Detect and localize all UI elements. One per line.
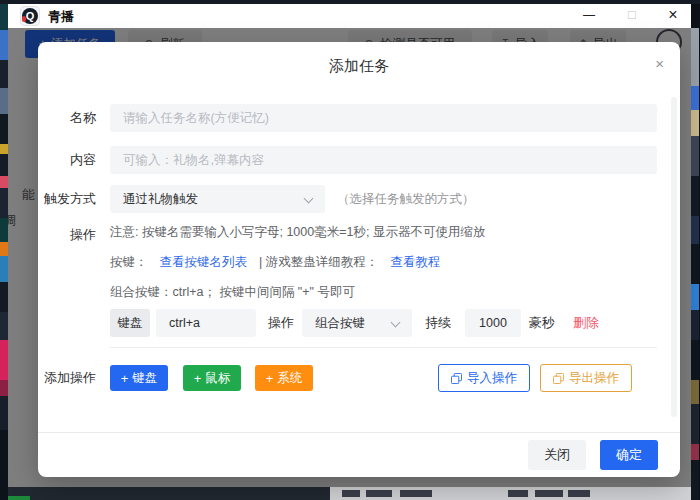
background-bottom-window [8, 487, 691, 500]
background-thumbnail [691, 216, 699, 244]
close-icon[interactable]: × [655, 56, 664, 71]
op-key-input[interactable] [156, 309, 256, 337]
maximize-button[interactable]: □ [622, 4, 642, 28]
content-label: 内容 [38, 151, 96, 169]
background-text-blur [342, 490, 360, 497]
dialog-scrollbar[interactable] [671, 97, 677, 417]
add-keyboard-button[interactable]: + 键盘 [110, 365, 168, 391]
background-thumbnail [0, 380, 8, 396]
keys-prefix: 按键： [110, 252, 148, 272]
background-text-blur [400, 490, 432, 497]
chevron-down-icon [303, 194, 315, 204]
op-delete-link[interactable]: 删除 [573, 314, 599, 332]
background-thumbnail [0, 430, 8, 500]
background-thumbnail [0, 218, 8, 242]
app-logo-icon: Q [22, 8, 38, 24]
background-dark-bar [8, 487, 330, 500]
operation-keys-note: 按键： 查看按键名列表 | 游戏整蛊详细教程： 查看教程 [110, 252, 657, 272]
trigger-select[interactable]: 通过礼物触发 [110, 185, 325, 213]
background-thumbnail [0, 30, 8, 60]
background-thumbnail [691, 28, 699, 86]
plus-icon: + [266, 372, 274, 385]
background-thumbnail [0, 242, 8, 256]
dialog-title: 添加任务 [38, 42, 680, 76]
background-thumbnail [691, 244, 699, 284]
op-action-select[interactable]: 组合按键 [302, 309, 412, 337]
dialog-header: 添加任务 × [38, 42, 680, 82]
background-thumbnail [0, 4, 8, 30]
background-thumbnail [691, 380, 699, 404]
operation-divider [110, 347, 657, 348]
background-window-right-strip [691, 28, 699, 500]
background-text-blur [535, 490, 563, 497]
background-thumbnail [691, 444, 699, 460]
minimize-button[interactable]: — [579, 4, 599, 28]
op-unit-label: 豪秒 [529, 314, 555, 332]
app-logo: Q [20, 6, 40, 26]
dialog-footer: 关闭 确定 [38, 432, 680, 477]
background-thumbnail [0, 176, 8, 188]
add-system-button[interactable]: + 系统 [255, 365, 313, 391]
background-thumbnail [0, 312, 8, 340]
background-thumbnail [0, 282, 8, 312]
background-thumbnail [0, 154, 8, 176]
background-thumbnail [691, 110, 699, 136]
add-ops-label: 添加操作 [26, 369, 96, 387]
trigger-select-value: 通过礼物触发 [123, 191, 303, 208]
background-window-left-strip [0, 4, 8, 500]
background-thumbnail [0, 144, 8, 154]
combo-note: 组合按键：ctrl+a； 按键中间间隔 "+" 号即可 [110, 282, 657, 302]
background-thumbnail [0, 396, 8, 430]
trigger-label: 触发方式 [26, 190, 96, 208]
op-duration-label: 持续 [425, 314, 451, 332]
background-thumbnail [0, 256, 8, 282]
background-thumbnail [0, 340, 8, 380]
add-task-dialog: 添加任务 × 名称 内容 触发方式 通过礼物触发 （选择任务触发的方式） [38, 42, 680, 477]
window-title: 青播 [48, 8, 74, 26]
background-thumbnail [691, 136, 699, 176]
background-thumbnail [0, 188, 8, 218]
background-thumbnail [0, 60, 8, 88]
background-green-bar [8, 496, 30, 500]
background-text-blur [366, 490, 392, 497]
copy-import-icon [451, 373, 462, 384]
copy-export-icon [553, 373, 564, 384]
tutorial-prefix: | 游戏整蛊详细教程： [259, 252, 378, 272]
background-text-blur [508, 490, 528, 497]
background-thumbnail [691, 86, 699, 110]
screen: Q 青播 — □ × + 添加任务 ⟳ 刷新 ⟳ 检测是否可用 ↧ 导入 ↥ 导… [0, 0, 700, 500]
op-type-tag: 键盘 [110, 309, 150, 337]
tutorial-link[interactable]: 查看教程 [390, 252, 440, 272]
background-thumbnail [0, 88, 8, 114]
operation-note: 注意: 按键名需要输入小写字母; 1000毫米=1秒; 显示器不可使用缩放 [110, 222, 657, 242]
name-label: 名称 [38, 109, 96, 127]
add-mouse-button[interactable]: + 鼠标 [183, 365, 241, 391]
trigger-hint: （选择任务触发的方式） [337, 191, 475, 208]
import-operations-button[interactable]: 导入操作 [438, 364, 530, 392]
titlebar: Q 青播 — □ × [8, 4, 691, 28]
op-action-value: 组合按键 [315, 315, 390, 332]
chevron-down-icon [390, 318, 402, 328]
background-thumbnail [691, 460, 699, 500]
window-close-button[interactable]: × [663, 4, 683, 28]
operation-item-row: 键盘 操作 组合按键 持续 豪秒 删除 [110, 309, 657, 337]
plus-icon: + [121, 372, 129, 385]
logo-accent [22, 16, 26, 22]
op-duration-input[interactable] [465, 309, 521, 337]
background-text-blur [568, 490, 590, 497]
name-input[interactable] [110, 104, 657, 132]
op-action-label: 操作 [268, 314, 294, 332]
background-thumbnail [691, 340, 699, 380]
background-thumbnail [0, 114, 8, 144]
operation-label: 操作 [38, 222, 96, 244]
background-thumbnail [691, 284, 699, 310]
key-name-list-link[interactable]: 查看按键名列表 [160, 252, 248, 272]
content-input[interactable] [110, 146, 657, 174]
plus-icon: + [194, 372, 202, 385]
background-thumbnail [691, 404, 699, 444]
export-operations-button[interactable]: 导出操作 [540, 364, 632, 392]
dialog-close-button[interactable]: 关闭 [528, 440, 586, 470]
background-thumbnail [691, 176, 699, 216]
background-thumbnail [691, 310, 699, 340]
dialog-confirm-button[interactable]: 确定 [600, 440, 658, 470]
